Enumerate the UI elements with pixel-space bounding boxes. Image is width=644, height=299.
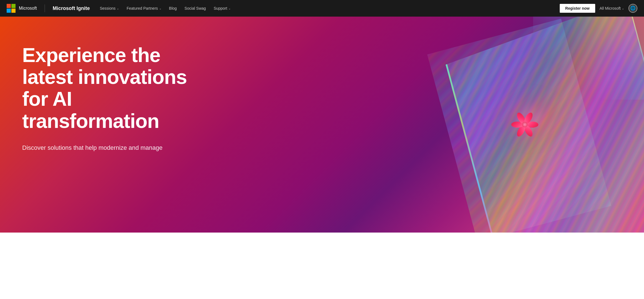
nav-links: Sessions ⌄ Featured Partners ⌄ Blog Soci… <box>96 4 560 13</box>
featured-partners-chevron-icon: ⌄ <box>159 7 161 10</box>
nav-sessions[interactable]: Sessions ⌄ <box>96 4 122 13</box>
hero-heading-line3: for AI <box>22 88 72 110</box>
nav-support[interactable]: Support ⌄ <box>210 4 234 13</box>
nav-blog[interactable]: Blog <box>166 4 180 13</box>
hero-heading-line2: latest innovations <box>22 66 187 88</box>
all-microsoft-menu[interactable]: All Microsoft ⌄ <box>600 6 624 11</box>
brand: Microsoft Microsoft Ignite <box>7 4 90 13</box>
all-microsoft-chevron-icon: ⌄ <box>622 7 624 10</box>
logo-green <box>11 4 16 8</box>
flower-decoration <box>511 111 539 138</box>
hero-subtext: Discover solutions that help modernize a… <box>22 143 187 152</box>
logo-red <box>7 4 11 8</box>
language-selector[interactable]: 🌐 <box>628 4 637 13</box>
nav-actions: Register now All Microsoft ⌄ 🌐 <box>560 4 637 13</box>
nav-social-swag[interactable]: Social Swag <box>181 4 209 13</box>
company-name: Microsoft <box>19 6 37 11</box>
flower-center <box>522 122 528 127</box>
sessions-chevron-icon: ⌄ <box>117 7 119 10</box>
hero-heading-line1: Experience the <box>22 44 160 66</box>
logo-blue <box>7 9 11 13</box>
all-microsoft-label: All Microsoft <box>600 6 621 11</box>
microsoft-logo[interactable] <box>7 4 16 13</box>
logo-yellow <box>11 9 16 13</box>
hero-heading-line4: transformation <box>22 110 159 132</box>
support-chevron-icon: ⌄ <box>228 7 231 10</box>
hero-visual <box>290 17 644 233</box>
nav-featured-partners[interactable]: Featured Partners ⌄ <box>123 4 165 13</box>
hero-content: Experience the latest innovations for AI… <box>0 17 209 169</box>
brand-divider <box>45 4 45 12</box>
navbar: Microsoft Microsoft Ignite Sessions ⌄ Fe… <box>0 0 644 17</box>
register-button[interactable]: Register now <box>560 4 595 13</box>
globe-icon: 🌐 <box>630 6 636 11</box>
product-name[interactable]: Microsoft Ignite <box>53 6 90 11</box>
hero-heading: Experience the latest innovations for AI… <box>22 44 187 132</box>
hero-section: Experience the latest innovations for AI… <box>0 17 644 233</box>
